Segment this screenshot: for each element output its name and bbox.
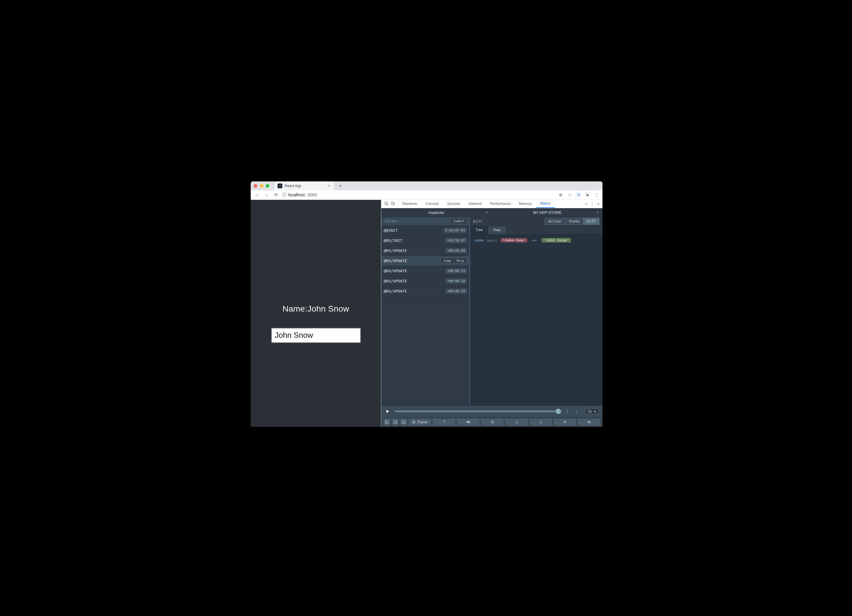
devtools-tabstrip: ElementsConsoleSourcesNetworkPerformance… bbox=[381, 200, 603, 208]
devtools-panel: ElementsConsoleSourcesNetworkPerformance… bbox=[381, 200, 603, 427]
pin-button[interactable]: (pin) bbox=[486, 239, 496, 242]
step-forward-button[interactable]: 〉 bbox=[574, 408, 581, 415]
action-row[interactable]: @RX/UPDATEJumpSkip bbox=[381, 256, 469, 266]
action-name: @RX/UPDATE bbox=[384, 249, 407, 253]
zoom-icon[interactable]: ⊕ bbox=[558, 193, 564, 197]
action-row[interactable]: @RX/INIT+59:59.97 bbox=[381, 236, 469, 246]
action-name: @RX/UPDATE bbox=[384, 269, 407, 273]
persist-button[interactable] bbox=[457, 419, 479, 425]
remote-button[interactable] bbox=[554, 419, 576, 425]
devtools-tab-elements[interactable]: Elements bbox=[398, 200, 421, 208]
monitor-selector[interactable]: Inspector bbox=[381, 208, 492, 217]
monitor-selector-label: Inspector bbox=[429, 210, 444, 215]
svg-rect-2 bbox=[393, 203, 395, 205]
dispatch-button[interactable] bbox=[481, 419, 503, 425]
dock-bottom-button[interactable] bbox=[400, 419, 407, 425]
back-button[interactable]: ← bbox=[254, 193, 260, 197]
inspector-panel: Diff ActionStateDiff TreeRaw name (pin):… bbox=[470, 217, 603, 405]
svg-line-15 bbox=[491, 421, 493, 423]
name-input[interactable] bbox=[271, 328, 361, 343]
reload-button[interactable]: ⟳ bbox=[273, 192, 279, 197]
devtools-tab-sources[interactable]: Sources bbox=[443, 200, 464, 208]
commit-button[interactable]: Commit bbox=[450, 218, 467, 224]
action-timestamp: +00:00.18 bbox=[446, 279, 467, 283]
chevron-down-icon bbox=[596, 211, 599, 214]
devtools-tab-console[interactable]: Console bbox=[421, 200, 443, 208]
skip-button[interactable]: Skip bbox=[454, 258, 467, 264]
actions-panel: Commit @@INIT5:44:07.63@RX/INIT+59:59.97… bbox=[381, 217, 470, 405]
view-action-button[interactable]: Action bbox=[545, 218, 565, 225]
tab-title: React App bbox=[285, 184, 301, 188]
diff-old-value: 'John Sno' bbox=[500, 238, 527, 242]
chevron-down-icon bbox=[486, 211, 488, 214]
inspector-title: Diff bbox=[473, 219, 482, 224]
devtools-overflow-icon[interactable]: » bbox=[585, 202, 587, 206]
close-tab-button[interactable]: × bbox=[327, 184, 331, 188]
inspect-element-icon[interactable] bbox=[384, 201, 388, 206]
extension-icon[interactable]: ⚛ bbox=[576, 192, 582, 198]
bookmark-icon[interactable]: ☆ bbox=[567, 193, 573, 197]
devtools-tab-performance[interactable]: Performance bbox=[486, 200, 515, 208]
action-row[interactable]: @RX/UPDATE+00:09.89 bbox=[381, 246, 469, 256]
redux-devtools: Inspector MY APP STORE Commit @@ bbox=[381, 208, 603, 427]
dock-left-button[interactable] bbox=[384, 419, 390, 425]
action-name: @RX/INIT bbox=[384, 238, 402, 243]
slider-thumb[interactable] bbox=[556, 409, 561, 414]
action-timestamp: +00:09.89 bbox=[446, 248, 467, 253]
devtools-tab-network[interactable]: Network bbox=[464, 200, 486, 208]
browser-tab[interactable]: ⚛ React App × bbox=[275, 181, 334, 190]
action-timestamp: 5:44:07.63 bbox=[444, 228, 467, 233]
store-selector[interactable]: MY APP STORE bbox=[492, 208, 603, 217]
devtools-close-icon[interactable]: × bbox=[597, 202, 600, 206]
subtab-raw[interactable]: Raw bbox=[488, 226, 506, 234]
jump-button[interactable]: Jump bbox=[441, 258, 454, 264]
action-name: @RX/UPDATE bbox=[384, 289, 407, 294]
pause-recording-button[interactable]: Pause bbox=[409, 419, 431, 425]
lock-changes-button[interactable] bbox=[433, 419, 455, 425]
svg-rect-16 bbox=[515, 423, 518, 423]
playback-bar: 〈 〉 1x bbox=[381, 405, 603, 417]
heading-value: John Snow bbox=[307, 304, 349, 313]
url-port: :3000 bbox=[307, 193, 317, 197]
arrow-icon: => bbox=[530, 238, 539, 242]
settings-button[interactable] bbox=[578, 419, 600, 425]
devtools-tab-redux[interactable]: Redux bbox=[536, 200, 555, 208]
action-timestamp: +59:59.97 bbox=[446, 238, 467, 243]
maximize-window-button[interactable] bbox=[266, 184, 269, 188]
forward-button[interactable]: → bbox=[263, 193, 270, 197]
pause-label: Pause bbox=[417, 420, 428, 424]
close-window-button[interactable] bbox=[254, 184, 257, 188]
minimize-window-button[interactable] bbox=[260, 184, 263, 188]
export-button[interactable] bbox=[529, 419, 552, 425]
action-row[interactable]: @RX/UPDATE+00:00.13 bbox=[381, 266, 469, 276]
svg-rect-10 bbox=[413, 422, 414, 423]
profile-icon[interactable]: ☻ bbox=[585, 192, 591, 198]
subtab-tree[interactable]: Tree bbox=[470, 226, 488, 234]
view-diff-button[interactable]: Diff bbox=[583, 218, 600, 225]
actions-filter-input[interactable] bbox=[381, 219, 450, 223]
devtools-tab-memory[interactable]: Memory bbox=[515, 200, 536, 208]
dock-right-button[interactable] bbox=[392, 419, 399, 425]
action-row[interactable]: @RX/UPDATE+00:00.18 bbox=[381, 276, 469, 286]
action-row[interactable]: @@INIT5:44:07.63 bbox=[381, 226, 469, 236]
diff-body: name (pin): 'John Sno' => 'John Snow' bbox=[470, 235, 603, 405]
view-state-button[interactable]: State bbox=[565, 218, 583, 225]
new-tab-button[interactable]: + bbox=[337, 183, 344, 188]
playback-slider[interactable] bbox=[394, 410, 558, 412]
browser-menu-button[interactable]: ⋮ bbox=[594, 193, 600, 197]
svg-point-18 bbox=[565, 423, 565, 423]
action-name: @RX/UPDATE bbox=[384, 279, 407, 283]
diff-key: name bbox=[474, 238, 483, 242]
svg-rect-17 bbox=[539, 423, 542, 423]
store-selector-label: MY APP STORE bbox=[533, 210, 562, 215]
step-back-button[interactable]: 〈 bbox=[562, 408, 570, 415]
window-controls bbox=[254, 184, 269, 188]
device-toolbar-icon[interactable] bbox=[391, 201, 395, 206]
import-button[interactable] bbox=[505, 419, 528, 425]
devtools-menu-icon[interactable]: ⋮ bbox=[590, 202, 594, 206]
playback-speed-select[interactable]: 1x bbox=[585, 408, 599, 414]
address-field[interactable]: localhost:3000 bbox=[282, 192, 317, 197]
site-info-icon[interactable] bbox=[282, 192, 287, 197]
action-row[interactable]: @RX/UPDATE+00:00.10 bbox=[381, 286, 469, 297]
play-button[interactable] bbox=[385, 409, 390, 414]
